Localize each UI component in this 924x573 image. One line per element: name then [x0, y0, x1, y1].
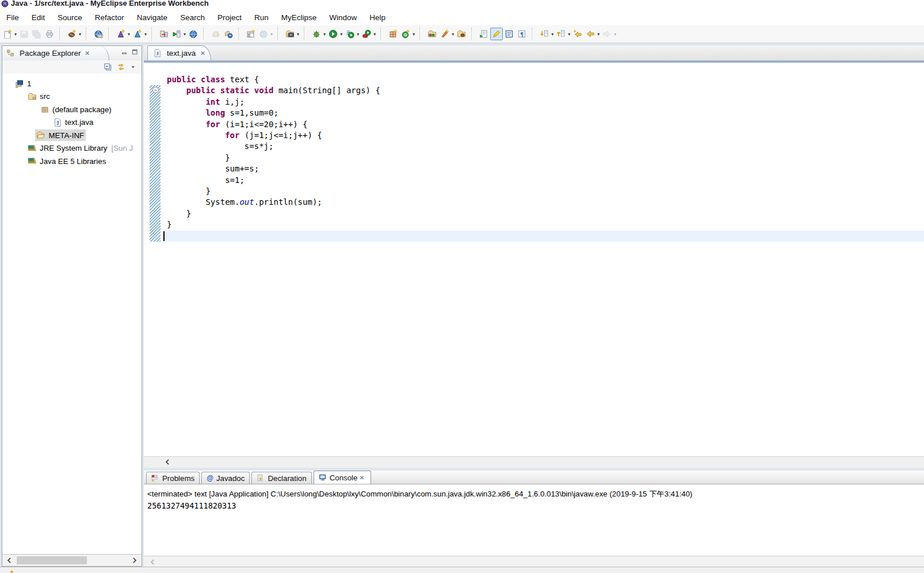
- open-resource-button[interactable]: [455, 28, 468, 40]
- tab-javadoc[interactable]: @Javadoc: [201, 472, 250, 484]
- menu-window[interactable]: Window: [323, 12, 363, 24]
- print-button[interactable]: [43, 28, 56, 40]
- toggle-mark-occurrences-button[interactable]: [478, 28, 490, 40]
- last-edit-location-button[interactable]: [571, 28, 584, 40]
- image-capture-dropdown-icon[interactable]: ▾: [297, 32, 299, 37]
- launch-wizard-button[interactable]: [438, 28, 451, 40]
- back-dropdown-icon[interactable]: ▾: [597, 32, 600, 37]
- new-myeclipse-project-button[interactable]: [66, 28, 78, 40]
- debug-dropdown-icon[interactable]: ▾: [323, 32, 326, 37]
- open-web-browser-button[interactable]: [187, 28, 200, 40]
- tree-item-label: (default package): [52, 105, 112, 114]
- menu-myeclipse[interactable]: MyEclipse: [275, 12, 323, 24]
- close-icon[interactable]: ✕: [198, 50, 207, 56]
- tree-item--default-package-[interactable]: (default package): [2, 103, 142, 116]
- tree-item-label: META-INF: [48, 131, 84, 140]
- show-whitespace-button[interactable]: ¶: [516, 28, 528, 40]
- run-dropdown-icon[interactable]: ▾: [340, 32, 342, 37]
- code-line: }: [167, 186, 380, 197]
- new-web-wizard-dropdown-icon[interactable]: ▾: [128, 32, 130, 37]
- code-line: for (j=1;j<=i;j++) {: [167, 130, 380, 141]
- tree-item-src[interactable]: src: [2, 90, 142, 104]
- profile-dropdown-icon[interactable]: ▾: [373, 32, 376, 37]
- menu-run[interactable]: Run: [248, 12, 275, 24]
- image-capture-button[interactable]: [284, 28, 296, 40]
- new-class-button[interactable]: G: [399, 28, 412, 40]
- previous-annotation-dropdown-icon[interactable]: ▾: [568, 32, 570, 37]
- back-button[interactable]: [584, 28, 597, 40]
- new-myeclipse-project-dropdown-icon[interactable]: ▾: [79, 32, 81, 37]
- myeclipse-j2ee-perspective-button[interactable]: 2.0: [92, 28, 105, 40]
- next-annotation-button[interactable]: [538, 28, 551, 40]
- link-with-editor-icon[interactable]: [117, 63, 125, 71]
- menu-source[interactable]: Source: [51, 12, 89, 24]
- maximize-icon[interactable]: [132, 49, 139, 56]
- debug-button[interactable]: [310, 28, 323, 40]
- editor-body[interactable]: − public class text { public static void…: [144, 63, 924, 456]
- run-server-dropdown-icon[interactable]: ▾: [184, 32, 186, 37]
- save-all-button[interactable]: [30, 28, 43, 40]
- show-source-button[interactable]: [503, 28, 516, 40]
- ftp-upload-button[interactable]: [209, 28, 222, 40]
- view-menu-icon[interactable]: [130, 64, 137, 71]
- menu-navigate[interactable]: Navigate: [131, 12, 174, 24]
- menu-file[interactable]: File: [0, 12, 25, 24]
- menu-help[interactable]: Help: [363, 12, 392, 24]
- forward-button[interactable]: [601, 28, 613, 40]
- console-content[interactable]: <terminated> text [Java Application] C:\…: [144, 484, 924, 556]
- tree-item-jre-system-library[interactable]: JRE System Library[Sun J: [2, 142, 142, 155]
- new-wizard-dropdown-icon[interactable]: ▾: [14, 32, 17, 37]
- run-history-button[interactable]: [343, 28, 356, 40]
- minimize-icon[interactable]: [121, 49, 128, 56]
- new-web-wizard-button[interactable]: [114, 28, 127, 40]
- report-preview-button[interactable]: [257, 28, 270, 40]
- open-type-button[interactable]: [426, 28, 438, 40]
- new-report-wizard-dropdown-icon[interactable]: ▾: [144, 32, 147, 37]
- menu-search[interactable]: Search: [174, 12, 211, 24]
- scroll-left-icon[interactable]: [6, 557, 13, 564]
- scroll-left-icon[interactable]: [150, 559, 156, 566]
- profile-button[interactable]: [360, 28, 373, 40]
- close-icon[interactable]: ✕: [83, 50, 91, 56]
- scroll-left-icon[interactable]: [165, 459, 171, 465]
- menu-edit[interactable]: Edit: [25, 12, 51, 24]
- tree-item-java-ee-5-libraries[interactable]: Java EE 5 Libraries: [2, 155, 142, 168]
- tab-console[interactable]: Console✕: [314, 471, 371, 484]
- collapse-all-icon[interactable]: [104, 63, 112, 71]
- new-wizard-button[interactable]: [1, 28, 14, 40]
- toggle-highlight-button[interactable]: [490, 28, 503, 40]
- svg-text:J: J: [156, 51, 159, 56]
- run-button[interactable]: [327, 28, 339, 40]
- tree-item-text-java[interactable]: Jtext.java: [2, 116, 142, 129]
- toolbar-separator: [59, 28, 63, 40]
- run-history-dropdown-icon[interactable]: ▾: [357, 32, 359, 37]
- editor-tab-text-java[interactable]: J text.java ✕: [147, 45, 211, 60]
- tree-item-meta-inf[interactable]: META-INF: [2, 129, 142, 142]
- deploy-project-button[interactable]: [158, 28, 170, 40]
- collapse-marker-icon[interactable]: −: [152, 87, 159, 93]
- report-preview-dropdown-icon[interactable]: ▾: [270, 32, 273, 37]
- run-server-button[interactable]: [170, 28, 183, 40]
- menu-refactor[interactable]: Refactor: [89, 12, 131, 24]
- save-button[interactable]: [18, 28, 30, 40]
- tree-item-1[interactable]: 1: [2, 77, 142, 90]
- tab-problems[interactable]: Problems: [146, 472, 200, 484]
- previous-annotation-button[interactable]: [555, 28, 567, 40]
- new-java-project-button[interactable]: [387, 28, 399, 40]
- close-icon[interactable]: ✕: [357, 475, 365, 481]
- new-report-wizard-button[interactable]: [131, 28, 144, 40]
- status-bar: [0, 567, 924, 573]
- package-explorer-tab[interactable]: Package Explorer ✕: [2, 46, 109, 60]
- code-editor[interactable]: public class text { public static void m…: [167, 74, 380, 242]
- forward-dropdown-icon[interactable]: ▾: [614, 32, 616, 37]
- new-class-dropdown-icon[interactable]: ▾: [413, 32, 415, 37]
- next-annotation-dropdown-icon[interactable]: ▾: [551, 32, 553, 37]
- menu-project[interactable]: Project: [211, 12, 248, 24]
- new-report-design-button[interactable]: [245, 28, 257, 40]
- scroll-right-icon[interactable]: [131, 557, 138, 564]
- database-sync-button[interactable]: [222, 28, 235, 40]
- tab-declaration[interactable]: Declaration: [251, 472, 311, 484]
- scrollbar-thumb[interactable]: [17, 556, 87, 564]
- launch-wizard-dropdown-icon[interactable]: ▾: [452, 32, 454, 37]
- tree-item-label: src: [40, 92, 50, 101]
